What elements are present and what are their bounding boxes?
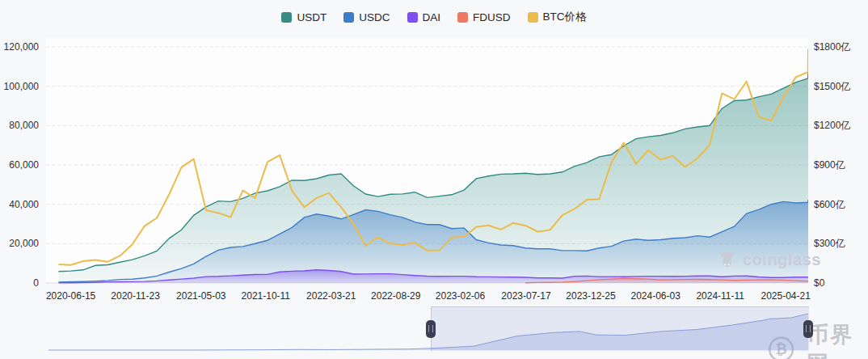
fdusd-swatch-icon [457, 12, 468, 23]
x-tick-label: 2022-03-21 [306, 290, 356, 302]
y-left-tick: 80,000 [9, 119, 39, 132]
y-axis-right: $1800亿 $1500亿 $1200亿 $900亿 $600亿 $300亿 $… [814, 40, 866, 289]
btc-price-swatch-icon [528, 12, 538, 23]
y-right-tick: $300亿 [814, 237, 845, 250]
usdc-swatch-icon [343, 12, 354, 23]
chart-plot-area[interactable] [46, 38, 808, 284]
y-right-tick: $1500亿 [814, 80, 850, 93]
y-left-tick: 40,000 [9, 198, 39, 211]
y-right-tick: $600亿 [814, 198, 845, 211]
navigator-selected-range[interactable] [431, 306, 809, 351]
y-right-tick: $1800亿 [814, 40, 850, 53]
chart-canvas [46, 38, 808, 284]
legend-item-usdc[interactable]: USDC [343, 11, 390, 23]
x-tick-label: 2025-04-21 [761, 290, 810, 302]
legend-label-fdusd: FDUSD [473, 11, 511, 23]
x-tick-label: 2023-07-17 [501, 290, 550, 302]
x-tick-label: 2024-11-11 [696, 290, 744, 302]
y-right-tick: $0 [814, 277, 824, 289]
x-tick-label: 2020-11-23 [111, 290, 160, 302]
y-left-tick: 60,000 [9, 158, 39, 171]
legend: USDT USDC DAI FDUSD BTC价格 [0, 9, 868, 25]
legend-item-usdt[interactable]: USDT [281, 11, 327, 23]
range-navigator[interactable] [48, 306, 808, 351]
x-tick-label: 2020-06-15 [46, 290, 95, 302]
y-left-tick: 0 [33, 277, 39, 289]
y-axis-left: 120,000 100,000 80,000 60,000 40,000 20,… [0, 40, 39, 289]
x-tick-label: 2023-12-25 [566, 290, 615, 302]
legend-item-fdusd[interactable]: FDUSD [457, 11, 511, 23]
y-left-tick: 20,000 [9, 237, 39, 250]
coinglass-bull-icon [716, 249, 738, 271]
y-left-tick: 120,000 [4, 40, 39, 53]
usdt-swatch-icon [281, 12, 292, 23]
legend-item-btc-price[interactable]: BTC价格 [528, 10, 587, 24]
y-left-tick: 100,000 [4, 80, 39, 93]
x-tick-label: 2021-05-03 [176, 290, 225, 302]
dai-swatch-icon [407, 12, 418, 23]
legend-label-usdt: USDT [297, 11, 327, 23]
legend-item-dai[interactable]: DAI [407, 11, 441, 23]
x-tick-label: 2023-02-06 [436, 290, 485, 302]
y-right-tick: $1200亿 [814, 119, 850, 132]
coinglass-watermark-text: coinglass [743, 251, 821, 269]
legend-label-usdc: USDC [359, 11, 390, 23]
x-tick-label: 2021-10-11 [242, 290, 291, 302]
stablecoin-btc-chart-page: USDT USDC DAI FDUSD BTC价格 120,000 100,00… [0, 0, 868, 359]
legend-label-btc-price: BTC价格 [543, 10, 587, 24]
navigator-handle-left[interactable] [426, 320, 436, 338]
coinglass-watermark: coinglass [716, 249, 821, 271]
y-right-tick: $900亿 [814, 158, 845, 171]
navigator-handle-right[interactable] [803, 320, 813, 338]
bijie-watermark-text: 币界网 [807, 320, 868, 359]
legend-label-dai: DAI [423, 11, 441, 23]
x-axis: 2020-06-152020-11-232021-05-032021-10-11… [46, 290, 808, 303]
x-tick-label: 2024-06-03 [630, 290, 680, 302]
x-tick-label: 2022-08-29 [371, 290, 420, 302]
